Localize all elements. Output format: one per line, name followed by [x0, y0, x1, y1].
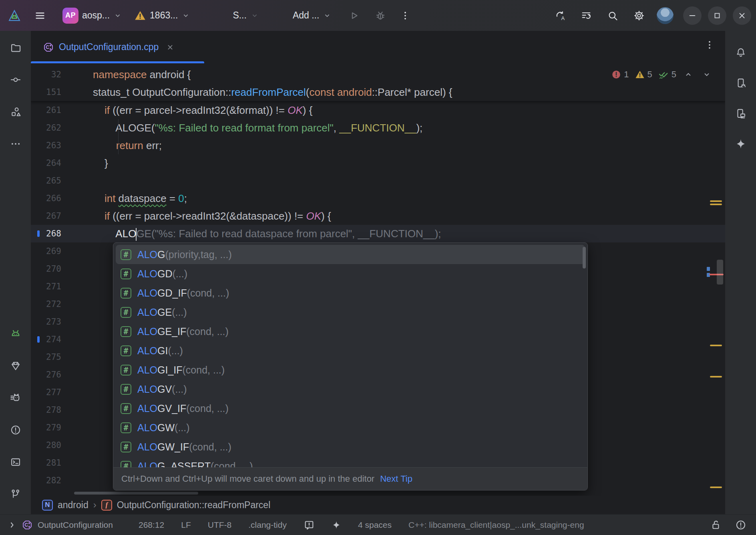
- restore-layout-button[interactable]: [577, 6, 596, 25]
- tab-outputconfiguration-cpp[interactable]: C OutputConfiguration.cpp: [31, 31, 204, 63]
- line-number[interactable]: 263: [31, 141, 93, 150]
- line-number[interactable]: 279: [31, 423, 93, 432]
- sidebar-item-version-control[interactable]: [6, 485, 25, 503]
- debug-button[interactable]: [371, 6, 390, 25]
- completion-item-alogd[interactable]: #ALOGD(...): [116, 264, 585, 283]
- device-selector[interactable]: S...: [229, 6, 263, 25]
- run-configuration-selector[interactable]: Add ...: [289, 6, 336, 25]
- unlocked-icon[interactable]: [710, 519, 722, 531]
- run-button[interactable]: [344, 6, 364, 25]
- code-line[interactable]: 268 ALOGE("%s: Failed to read dataspace …: [31, 225, 725, 242]
- error-stripe-mark[interactable]: [710, 204, 722, 205]
- sidebar-item-more-tool-windows[interactable]: [6, 135, 25, 153]
- completion-item-alogw_if[interactable]: #ALOGW_IF(cond, ...): [116, 437, 585, 456]
- inspection-widget[interactable]: 1 5 5: [611, 68, 713, 81]
- code-editor[interactable]: 32namespace android {151status_t OutputC…: [31, 63, 725, 496]
- code-line[interactable]: 151status_t OutputConfiguration::readFro…: [31, 83, 725, 101]
- completion-item-alogv[interactable]: #ALOGV(...): [116, 380, 585, 399]
- line-number[interactable]: 270: [31, 264, 93, 274]
- sidebar-item-problems[interactable]: [6, 421, 25, 439]
- problems-indicator-icon[interactable]: [735, 519, 746, 531]
- analysis-profile[interactable]: .clang-tidy: [248, 520, 287, 530]
- indent-setting[interactable]: 4 spaces: [358, 520, 392, 530]
- line-number[interactable]: 269: [31, 246, 93, 256]
- line-number[interactable]: 278: [31, 405, 93, 415]
- sidebar-item-terminal[interactable]: [6, 453, 25, 471]
- line-number[interactable]: 282: [31, 476, 93, 485]
- completion-item-aloge_if[interactable]: #ALOGE_IF(cond, ...): [116, 322, 585, 341]
- completion-item-alogi_if[interactable]: #ALOGI_IF(cond, ...): [116, 360, 585, 380]
- line-number[interactable]: 274: [31, 335, 93, 344]
- code-text[interactable]: ALOGE("%s: Failed to read dataspace from…: [93, 225, 725, 242]
- main-menu-button[interactable]: [30, 6, 50, 25]
- sparkle-icon[interactable]: [332, 520, 341, 530]
- completion-item-aloge[interactable]: #ALOGE(...): [116, 303, 585, 322]
- line-number[interactable]: 32: [31, 70, 93, 79]
- error-stripe-mark[interactable]: [707, 267, 710, 271]
- line-number[interactable]: 151: [31, 87, 93, 97]
- line-number[interactable]: 266: [31, 194, 93, 203]
- line-number[interactable]: 273: [31, 317, 93, 327]
- error-count[interactable]: 1: [611, 69, 629, 80]
- passed-count[interactable]: 5: [658, 69, 676, 80]
- code-text[interactable]: status_t OutputConfiguration::readFromPa…: [93, 83, 725, 101]
- code-line[interactable]: 263 return err;: [31, 137, 725, 154]
- code-text[interactable]: }: [93, 154, 725, 172]
- vcs-widget[interactable]: 1863...: [130, 6, 194, 25]
- line-number[interactable]: 271: [31, 282, 93, 291]
- maximize-button[interactable]: [708, 6, 726, 25]
- line-number[interactable]: 280: [31, 440, 93, 450]
- sidebar-item-gemini[interactable]: [731, 135, 750, 153]
- line-number[interactable]: 267: [31, 211, 93, 221]
- settings-button[interactable]: [629, 6, 649, 25]
- next-problem-button[interactable]: [700, 68, 713, 81]
- code-text[interactable]: return err;: [93, 137, 725, 154]
- file-encoding[interactable]: UTF-8: [208, 520, 232, 530]
- build-variant[interactable]: C++: libcamera_client|aosp_...unk_stagin…: [408, 520, 584, 530]
- code-with-me-button[interactable]: A: [550, 6, 569, 25]
- sidebar-item-device-manager[interactable]: [731, 74, 750, 92]
- line-number[interactable]: 272: [31, 299, 93, 309]
- prev-problem-button[interactable]: [682, 68, 695, 81]
- search-everywhere-button[interactable]: [603, 6, 622, 25]
- horizontal-scrollbar[interactable]: [74, 492, 198, 495]
- code-line[interactable]: 265: [31, 172, 725, 190]
- code-text[interactable]: if ((err = parcel->readInt32(&dataspace)…: [93, 207, 725, 225]
- line-number[interactable]: 281: [31, 458, 93, 468]
- caret-position[interactable]: 268:12: [139, 520, 164, 530]
- code-line[interactable]: 264 }: [31, 154, 725, 172]
- line-number[interactable]: 277: [31, 388, 93, 397]
- editor-options-kebab[interactable]: [704, 40, 715, 50]
- line-number[interactable]: 261: [31, 105, 93, 115]
- sidebar-item-notifications[interactable]: [731, 44, 750, 61]
- sidebar-item-running-devices[interactable]: [731, 105, 750, 122]
- sidebar-item-logcat[interactable]: [6, 325, 25, 343]
- code-text[interactable]: ALOGE("%s: Failed to read format from pa…: [93, 119, 725, 137]
- next-tip-link[interactable]: Next Tip: [380, 474, 412, 484]
- project-widget[interactable]: AP aosp...: [58, 6, 126, 25]
- chevron-right-icon[interactable]: [7, 520, 17, 530]
- sidebar-item-app-quality-insights[interactable]: [6, 357, 25, 375]
- error-stripe-mark[interactable]: [710, 376, 722, 378]
- line-number[interactable]: 262: [31, 123, 93, 133]
- status-file-name[interactable]: OutputConfiguration: [38, 520, 113, 530]
- completion-item-alogi[interactable]: #ALOGI(...): [116, 341, 585, 360]
- code-line[interactable]: 266 int dataspace = 0;: [31, 190, 725, 207]
- line-number[interactable]: 276: [31, 370, 93, 380]
- user-avatar[interactable]: [657, 7, 674, 24]
- line-ending[interactable]: LF: [181, 520, 191, 530]
- completion-item-alogd_if[interactable]: #ALOGD_IF(cond, ...): [116, 283, 585, 303]
- sidebar-item-resource-manager[interactable]: [6, 103, 25, 121]
- completion-item-alog[interactable]: #ALOG(priority,tag, ...): [116, 245, 585, 264]
- sidebar-item-project[interactable]: [6, 39, 25, 57]
- inspection-bubble-icon[interactable]: [304, 519, 315, 531]
- minimize-button[interactable]: [683, 6, 702, 25]
- breadcrumb-namespace[interactable]: android: [58, 500, 88, 511]
- tab-close-icon[interactable]: [166, 43, 175, 52]
- error-stripe-mark[interactable]: [710, 487, 722, 488]
- code-line[interactable]: 267 if ((err = parcel->readInt32(&datasp…: [31, 207, 725, 225]
- completion-item-alogv_if[interactable]: #ALOGV_IF(cond, ...): [116, 399, 585, 418]
- error-stripe-mark[interactable]: [710, 200, 722, 202]
- line-number[interactable]: 268: [31, 229, 93, 238]
- code-line[interactable]: 261 if ((err = parcel->readInt32(&format…: [31, 101, 725, 119]
